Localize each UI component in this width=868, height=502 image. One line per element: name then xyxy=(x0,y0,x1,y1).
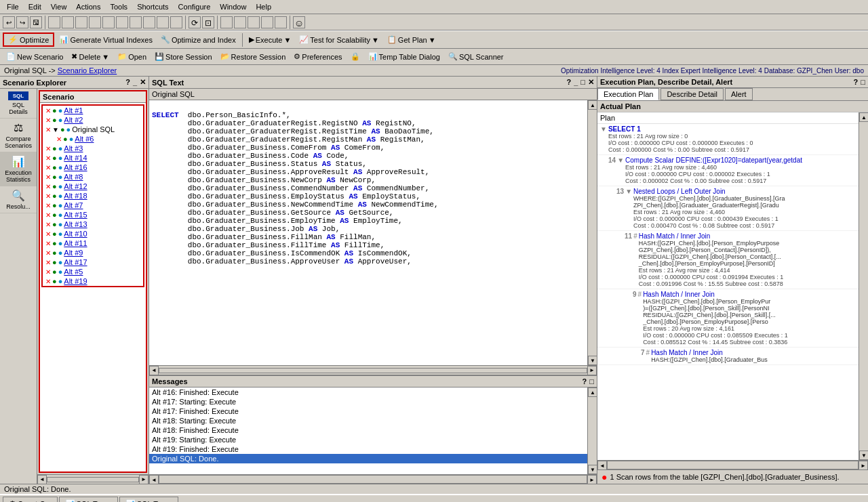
exec-scrollbar-h[interactable]: ◄ ► xyxy=(597,460,868,469)
execute-button[interactable]: ▶ Execute ▼ xyxy=(245,33,295,46)
icon-btn-12[interactable] xyxy=(157,16,169,28)
breadcrumb-link[interactable]: Scenario Explorer xyxy=(58,66,117,75)
store-session-button[interactable]: 💾 Store Session xyxy=(151,50,215,63)
icon-btn-8[interactable] xyxy=(102,16,115,28)
menu-tools[interactable]: Tools xyxy=(106,1,132,12)
v-scroll-track[interactable] xyxy=(588,110,597,356)
exec-scroll-up[interactable]: ▲ xyxy=(859,112,868,122)
icon-btn-15[interactable]: ⊡ xyxy=(202,16,214,28)
alt1-link[interactable]: Alt #1 xyxy=(64,106,83,114)
exec-h-right[interactable]: ► xyxy=(859,461,868,470)
sql-help-icon[interactable]: ? xyxy=(566,78,571,87)
exec-scroll-down[interactable]: ▼ xyxy=(859,451,868,460)
menu-view[interactable]: View xyxy=(47,1,71,12)
icon-btn-17[interactable] xyxy=(234,16,246,28)
sql-scanner-button[interactable]: 🔍 SQL Scanner xyxy=(445,50,507,63)
get-plan-button[interactable]: 📋 Get Plan ▼ xyxy=(384,33,439,46)
open-button[interactable]: 📁 Open xyxy=(114,50,150,63)
alt11-link[interactable]: Alt #11 xyxy=(64,239,87,247)
scroll-track[interactable] xyxy=(47,477,139,482)
icon-btn-14[interactable]: ⟳ xyxy=(189,16,201,28)
tree-item-alt16[interactable]: ✕ ● ● Alt #16 xyxy=(43,163,143,172)
tree-item-alt17[interactable]: ✕ ● ● Alt #17 xyxy=(43,257,143,267)
exec-v-track[interactable] xyxy=(859,122,868,451)
temp-table-dialog-button[interactable]: 📊 Temp Table Dialog xyxy=(365,50,443,63)
menu-actions[interactable]: Actions xyxy=(72,1,104,12)
icon-btn-6[interactable] xyxy=(75,16,87,28)
tree-item-alt13[interactable]: ✕ ● ● Alt #13 xyxy=(43,219,143,229)
tree-item-alt19[interactable]: ✕ ● ● Alt #19 xyxy=(43,276,143,286)
alt13-link[interactable]: Alt #13 xyxy=(64,220,87,228)
tree-item-alt9[interactable]: ✕ ● ● Alt #9 xyxy=(43,248,143,257)
icon-btn-3[interactable]: 🖫 xyxy=(30,16,42,28)
alt5-link[interactable]: Alt #5 xyxy=(64,268,83,276)
delete-button[interactable]: ✖ Delete ▼ xyxy=(68,50,113,63)
icon-btn-9[interactable] xyxy=(116,16,128,28)
alt16-link[interactable]: Alt #16 xyxy=(64,163,87,171)
test-dropdown-icon[interactable]: ▼ xyxy=(372,36,379,44)
icon-btn-19[interactable] xyxy=(261,16,273,28)
sidebar-item-sql-details[interactable]: SQL SQLDetails xyxy=(0,89,37,119)
tree-item-alt12[interactable]: ✕ ● ● Alt #12 xyxy=(43,182,143,191)
exec-h-track[interactable] xyxy=(607,461,859,469)
optimize-and-index-button[interactable]: 🔧 Optimize and Index xyxy=(157,33,239,46)
exec-plan-content[interactable]: Plan ▼ SELECT 1 Est rows : 21 Avg row si… xyxy=(597,112,859,460)
menu-window[interactable]: Window xyxy=(216,1,250,12)
tree-item-alt8[interactable]: ✕ ● ● Alt #8 xyxy=(43,172,143,182)
icon-btn-21[interactable]: ☺ xyxy=(293,16,305,28)
close-panel-icon[interactable]: ✕ xyxy=(140,78,146,87)
icon-btn-4[interactable] xyxy=(48,16,60,28)
optimize-button[interactable]: ⚡ Optimize xyxy=(3,33,54,47)
sidebar-item-execution-stats[interactable]: 📊 ExecutionStatistics xyxy=(0,152,37,186)
sql-scrollbar-h[interactable]: ◄ ► xyxy=(149,365,597,375)
alt6-link[interactable]: Alt #6 xyxy=(75,135,94,143)
tree-item-alt11[interactable]: ✕ ● ● Alt #11 xyxy=(43,238,143,248)
delete-dropdown-icon[interactable]: ▼ xyxy=(102,53,109,61)
scroll-right-btn[interactable]: ► xyxy=(139,475,149,484)
icon-btn-10[interactable] xyxy=(130,16,142,28)
tab-describe-detail[interactable]: Describe Detail xyxy=(660,88,724,100)
tree-item-alt6[interactable]: ✕ ● ● Alt #6 xyxy=(43,134,143,144)
taskbar-item-sql1[interactable]: 📊 SQL Tun... xyxy=(59,497,118,502)
alt8-link[interactable]: Alt #8 xyxy=(64,173,83,181)
tree-item-alt10[interactable]: ✕ ● ● Alt #10 xyxy=(43,229,143,238)
msg-scroll-up[interactable]: ▲ xyxy=(588,388,597,397)
sql-scroll-right[interactable]: ► xyxy=(587,366,597,375)
tree-item-original[interactable]: ✕ ▼ ● ● Original SQL xyxy=(43,125,143,134)
minimize-icon[interactable]: _ xyxy=(133,78,137,87)
help-icon[interactable]: ? xyxy=(125,78,130,87)
tree-item-alt2[interactable]: ✕ ● ● Alt #2 xyxy=(43,115,143,125)
tree-item-alt15[interactable]: ✕ ● ● Alt #15 xyxy=(43,210,143,219)
sidebar-item-resolution[interactable]: 🔍 Resolu... xyxy=(0,186,37,213)
sql-maximize-icon[interactable]: □ xyxy=(580,78,585,87)
tree-item-alt18[interactable]: ✕ ● ● Alt #18 xyxy=(43,191,143,201)
alt7-link[interactable]: Alt #7 xyxy=(64,201,83,209)
exec-h-left[interactable]: ◄ xyxy=(597,461,607,470)
scroll-down-btn[interactable]: ▼ xyxy=(588,356,597,365)
msg-h-track[interactable] xyxy=(159,475,587,484)
alt2-link[interactable]: Alt #2 xyxy=(64,116,83,124)
expand-icon-13[interactable]: ▼ xyxy=(625,188,632,195)
tree-item-alt1[interactable]: ✕ ● ● Alt #1 xyxy=(43,106,143,115)
menu-shortcuts[interactable]: Shortcuts xyxy=(133,1,172,12)
msg-scrollbar-v[interactable]: ▲ ▼ xyxy=(587,388,597,474)
alt15-link[interactable]: Alt #15 xyxy=(64,211,87,219)
sidebar-item-compare[interactable]: ⚖ CompareScenarios xyxy=(0,119,37,152)
exec-scrollbar-v[interactable]: ▲ ▼ xyxy=(859,112,868,460)
menu-configure[interactable]: Configure xyxy=(174,1,215,12)
alt17-link[interactable]: Alt #17 xyxy=(64,258,87,266)
tree-item-alt7[interactable]: ✕ ● ● Alt #7 xyxy=(43,201,143,210)
icon-btn-16[interactable] xyxy=(220,16,233,28)
expand-icon-14[interactable]: ▼ xyxy=(617,156,624,164)
sql-close-icon[interactable]: ✕ xyxy=(588,78,594,87)
alt3-link[interactable]: Alt #3 xyxy=(64,144,83,152)
scroll-up-btn[interactable]: ▲ xyxy=(588,100,597,110)
sql-content[interactable]: SELECT dbo.Person_BasicInfo.*, dbo.Gradu… xyxy=(149,100,587,365)
icon-btn-1[interactable]: ↩ xyxy=(3,16,15,28)
expand-icon-1[interactable]: ▼ xyxy=(600,125,607,133)
messages-content[interactable]: Alt #16: Finished: Execute Alt #17: Star… xyxy=(149,388,587,474)
exec-close-icon[interactable]: □ xyxy=(861,78,865,86)
sql-scroll-left[interactable]: ◄ xyxy=(149,366,159,375)
taskbar-item-sql2[interactable]: 📊 SQL Tun... xyxy=(119,497,178,502)
restore-session-button[interactable]: 📂 Restore Session xyxy=(217,50,290,63)
